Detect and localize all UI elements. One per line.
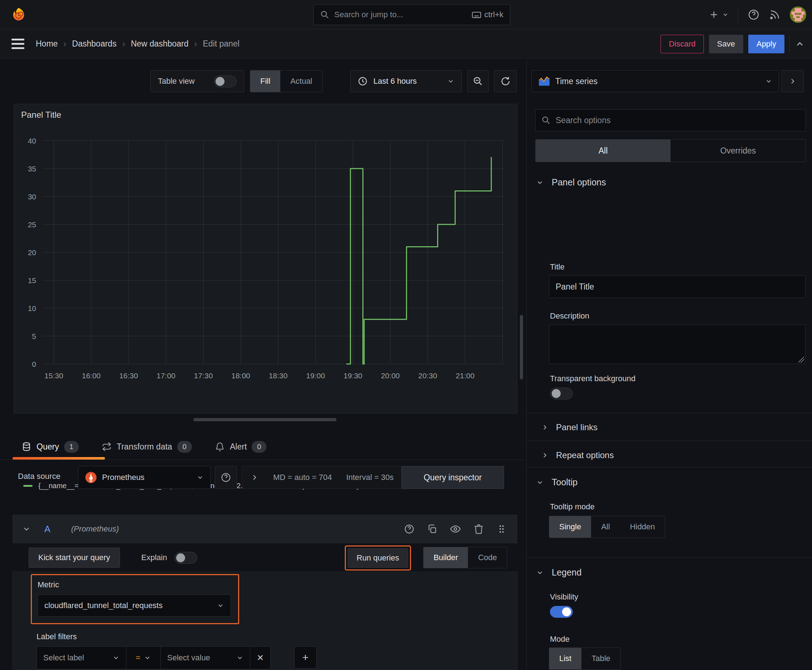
legend-mode-list[interactable]: List [549,648,581,669]
panel-links-section[interactable]: Panel links [527,417,812,438]
data-source-help-button[interactable] [215,466,237,489]
menu-toggle-button[interactable] [12,39,24,49]
code-option[interactable]: Code [468,547,507,568]
global-search-input[interactable]: Search or jump to... ctrl+k [313,4,510,25]
legend-mode-table[interactable]: Table [581,648,620,669]
delete-query-icon[interactable] [473,524,484,535]
collapse-options-pane-button[interactable] [781,70,804,92]
visualization-panel: Panel Title 051015202530354015:3016:0016… [14,104,517,414]
visualization-picker[interactable]: Time series [531,70,779,92]
query-help-icon[interactable] [404,524,415,535]
transparent-background-toggle[interactable] [550,387,573,399]
vertical-scrollbar[interactable] [520,315,523,379]
search-placeholder: Search or jump to... [334,10,466,19]
add-filter-button[interactable]: + [294,646,317,668]
remove-filter-button[interactable]: ✕ [250,646,271,669]
tooltip-mode-label: Tooltip mode [550,502,595,511]
tab-all-options[interactable]: All [536,140,671,162]
news-feed-button[interactable] [769,9,780,20]
metric-select[interactable]: cloudflared_tunnel_total_requests [37,594,231,617]
select-label-dropdown[interactable]: Select label [37,646,126,669]
legend-header[interactable]: Legend [527,567,812,578]
breadcrumb-separator: › [122,39,125,49]
tooltip-mode-all[interactable]: All [591,516,620,538]
save-button[interactable]: Save [709,35,743,53]
kick-start-query-button[interactable]: Kick start your query [29,548,120,568]
table-view-toggle[interactable] [214,76,237,87]
builder-option[interactable]: Builder [424,547,468,568]
horizontal-scrollbar[interactable] [193,418,337,421]
discard-button[interactable]: Discard [661,35,704,53]
select-value-dropdown[interactable]: Select value [160,646,250,669]
help-button[interactable] [748,8,760,21]
panel-options-header[interactable]: Panel options [527,177,812,188]
keyboard-icon [471,10,481,20]
grafana-logo-icon[interactable] [10,6,27,23]
fill-actual-segmented: Fill Actual [250,70,322,92]
breadcrumb-home[interactable]: Home [36,39,58,49]
panel-title-input[interactable]: Panel Title [549,275,805,298]
time-series-chart[interactable]: 051015202530354015:3016:0016:3017:0017:3… [19,133,509,383]
options-search-input[interactable]: Search options [535,109,806,131]
visualization-name: Time series [555,76,598,86]
svg-text:20: 20 [28,249,36,257]
description-textarea[interactable] [549,325,805,364]
actual-option[interactable]: Actual [280,71,322,92]
tooltip-mode-segmented: Single All Hidden [549,516,665,538]
chevron-down-icon [197,474,204,481]
panel-options-section: Panel options [527,177,812,188]
plus-icon [709,9,719,20]
svg-text:19:00: 19:00 [306,372,325,380]
prometheus-icon [85,471,97,484]
new-menu-button[interactable] [709,9,729,20]
time-series-viz-icon [538,75,550,87]
run-queries-button[interactable]: Run queries [348,548,408,568]
chevron-right-icon [788,77,797,86]
tooltip-mode-hidden[interactable]: Hidden [620,516,665,538]
svg-text:16:30: 16:30 [119,372,138,380]
operator-dropdown[interactable]: = [126,646,160,669]
explain-toggle[interactable] [175,552,197,564]
top-nav-bar: Search or jump to... ctrl+k [0,0,812,29]
tab-overrides[interactable]: Overrides [671,140,805,162]
zoom-out-button[interactable] [467,70,489,92]
table-view-control: Table view [150,70,244,92]
legend-visibility-toggle[interactable] [550,606,573,618]
svg-text:18:00: 18:00 [231,372,250,380]
repeat-options-section[interactable]: Repeat options [527,445,812,465]
tooltip-mode-single[interactable]: Single [549,516,591,538]
time-range-picker[interactable]: Last 6 hours [350,70,462,92]
data-source-picker[interactable]: Prometheus [78,466,210,489]
tooltip-section: Tooltip [527,477,812,487]
collapse-header-button[interactable] [795,39,805,49]
drag-handle-icon[interactable] [496,524,507,535]
svg-text:18:30: 18:30 [269,372,288,380]
transform-count-badge: 0 [177,441,192,453]
query-inspector-button[interactable]: Query inspector [401,466,504,489]
clock-icon [358,76,368,86]
fill-option[interactable]: Fill [250,71,280,92]
refresh-button[interactable] [494,70,517,92]
duplicate-query-icon[interactable] [427,524,437,535]
hide-query-icon[interactable] [450,523,461,535]
svg-text:5: 5 [32,332,36,340]
tab-alert[interactable]: Alert 0 [215,441,266,453]
query-builder-body: Metric cloudflared_tunnel_total_requests… [12,571,517,670]
divider [738,7,738,22]
tab-query[interactable]: Query 1 [22,441,79,453]
user-avatar[interactable] [790,7,806,23]
svg-text:16:00: 16:00 [81,372,101,380]
chevron-down-icon [536,479,544,486]
svg-text:10: 10 [28,304,36,313]
query-row-header[interactable]: A (Prometheus) [12,515,517,543]
explain-label: Explain [141,553,167,562]
divider [527,467,812,467]
legend-visibility-label: Visibility [550,592,578,602]
svg-text:19:30: 19:30 [344,372,363,380]
breadcrumb-new-dashboard[interactable]: New dashboard [131,39,188,49]
tooltip-header[interactable]: Tooltip [527,477,812,487]
breadcrumb-dashboards[interactable]: Dashboards [72,39,116,49]
chevron-right-icon [250,473,259,482]
apply-button[interactable]: Apply [748,35,785,53]
tab-transform-data[interactable]: Transform data 0 [102,441,192,453]
